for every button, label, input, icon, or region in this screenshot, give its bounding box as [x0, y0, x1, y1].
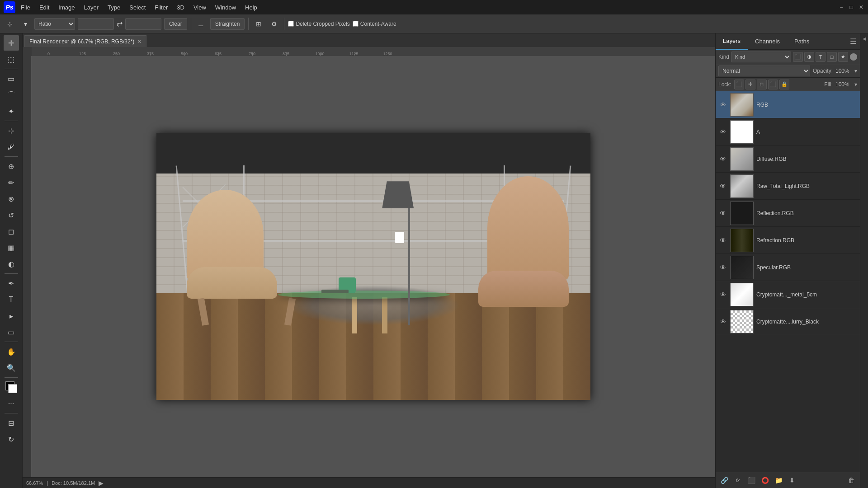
- filter-toggle-dot[interactable]: [850, 53, 857, 61]
- rotate-canvas-btn[interactable]: ↻: [4, 432, 19, 447]
- layer-visibility-refraction[interactable]: 👁: [718, 237, 727, 244]
- opacity-dropdown-arrow[interactable]: ▾: [854, 68, 857, 74]
- canvas-viewport[interactable]: [32, 56, 715, 477]
- swap-dimensions-icon[interactable]: ⇄: [117, 19, 123, 28]
- height-input[interactable]: [125, 18, 161, 30]
- layer-item-rgb[interactable]: 👁 RGB: [716, 91, 860, 118]
- layer-item-specular[interactable]: 👁 Specular.RGB: [716, 254, 860, 281]
- dodge-tool[interactable]: ◐: [4, 256, 19, 272]
- lock-pixels-btn[interactable]: ⬛: [734, 80, 744, 89]
- layer-comp-btn[interactable]: ⊟: [4, 415, 19, 431]
- eyedropper-tool[interactable]: 🖋: [4, 139, 19, 155]
- clear-button[interactable]: Clear: [164, 18, 187, 30]
- link-layers-btn[interactable]: 🔗: [718, 474, 730, 486]
- minimize-button[interactable]: −: [838, 4, 844, 10]
- channels-tab[interactable]: Channels: [748, 33, 787, 50]
- layer-item-refraction[interactable]: 👁 Refraction.RGB: [716, 227, 860, 254]
- lock-artboard-btn[interactable]: ◻: [757, 80, 767, 89]
- lock-icon-5[interactable]: 🔒: [779, 80, 789, 89]
- spot-healing-tool[interactable]: ⊕: [4, 159, 19, 174]
- layer-visibility-raw-total-light[interactable]: 👁: [718, 183, 727, 190]
- new-group-btn[interactable]: 📁: [773, 474, 784, 486]
- settings-icon[interactable]: ⚙: [268, 18, 280, 30]
- crop-tool[interactable]: ⊹: [4, 123, 19, 138]
- status-arrow[interactable]: ▶: [99, 479, 104, 487]
- marquee-tool[interactable]: ▭: [4, 71, 19, 86]
- layer-visibility-reflection[interactable]: 👁: [718, 210, 727, 217]
- tab-close-button[interactable]: ✕: [137, 38, 142, 45]
- type-filter-btn[interactable]: T: [816, 52, 826, 62]
- maximize-button[interactable]: □: [848, 4, 854, 10]
- layer-item-raw-total-light[interactable]: 👁 Raw_Total_Light.RGB: [716, 173, 860, 200]
- menu-edit[interactable]: Edit: [38, 3, 51, 12]
- pen-tool[interactable]: ✒: [4, 276, 19, 291]
- kind-filter-select[interactable]: Kind: [731, 52, 791, 62]
- delete-pixels-checkbox[interactable]: [288, 21, 294, 27]
- layer-item-crypto1[interactable]: 👁 Cryptomatt..._metal_5cm: [716, 281, 860, 308]
- adjust-filter-btn[interactable]: ◑: [804, 52, 814, 62]
- paths-tab[interactable]: Paths: [787, 33, 816, 50]
- menu-image[interactable]: Image: [57, 3, 76, 12]
- path-selection-tool[interactable]: ▸: [4, 308, 19, 324]
- move-tool[interactable]: ✛: [4, 35, 19, 51]
- blend-mode-select[interactable]: Normal: [718, 66, 810, 76]
- artboard-tool[interactable]: ⬚: [4, 52, 19, 67]
- gradient-tool[interactable]: ▦: [4, 240, 19, 255]
- layer-item-reflection[interactable]: 👁 Reflection.RGB: [716, 200, 860, 227]
- menu-3d[interactable]: 3D: [175, 3, 186, 12]
- new-adjustment-btn[interactable]: ⭕: [759, 474, 771, 486]
- layer-visibility-crypto1[interactable]: 👁: [718, 291, 727, 298]
- shape-filter-btn[interactable]: □: [827, 52, 837, 62]
- menu-filter[interactable]: Filter: [153, 3, 170, 12]
- menu-view[interactable]: View: [192, 3, 208, 12]
- menu-help[interactable]: Help: [243, 3, 259, 12]
- close-button[interactable]: ✕: [858, 4, 864, 10]
- layer-item-crypto2[interactable]: 👁 Cryptomatte....lurry_Black: [716, 308, 860, 335]
- clone-stamp-tool[interactable]: ⊗: [4, 191, 19, 206]
- zoom-tool[interactable]: 🔍: [4, 360, 19, 375]
- more-tools-btn[interactable]: ···: [4, 396, 19, 411]
- shape-tool[interactable]: ▭: [4, 324, 19, 340]
- menu-select[interactable]: Select: [127, 3, 147, 12]
- add-mask-btn[interactable]: ⬛: [745, 474, 757, 486]
- history-brush-tool[interactable]: ↺: [4, 207, 19, 223]
- menu-window[interactable]: Window: [213, 3, 238, 12]
- smart-filter-btn[interactable]: ★: [838, 52, 848, 62]
- lasso-tool[interactable]: ⌒: [4, 87, 19, 103]
- layer-visibility-specular[interactable]: 👁: [718, 264, 727, 271]
- layer-visibility-rgb[interactable]: 👁: [718, 101, 727, 108]
- layer-visibility-a[interactable]: 👁: [718, 128, 727, 136]
- content-aware-checkbox[interactable]: [353, 21, 359, 27]
- eraser-tool[interactable]: ◻: [4, 224, 19, 239]
- crop-tool-btn[interactable]: ⊹: [4, 18, 16, 30]
- layer-item-diffuse[interactable]: 👁 Diffuse.RGB: [716, 145, 860, 173]
- new-layer-btn[interactable]: ⬇: [786, 474, 798, 486]
- crop-options-btn[interactable]: ▾: [19, 18, 32, 30]
- collapse-btn[interactable]: ◀: [861, 35, 868, 42]
- lock-position-btn[interactable]: ✛: [745, 80, 755, 89]
- delete-layer-btn[interactable]: 🗑: [845, 474, 857, 486]
- panel-menu-icon[interactable]: ☰: [850, 38, 856, 45]
- layer-item-a[interactable]: 👁 A: [716, 118, 860, 145]
- hand-tool[interactable]: ✋: [4, 344, 19, 359]
- canvas-tab-active[interactable]: Final Render.exr @ 66.7% (RGB, RGB/32*) …: [24, 35, 146, 47]
- lock-all-btn[interactable]: ⬛: [768, 80, 778, 89]
- quick-select-tool[interactable]: ✦: [4, 103, 19, 119]
- menu-file[interactable]: File: [19, 3, 32, 12]
- pixel-filter-btn[interactable]: ⬛: [793, 52, 803, 62]
- type-tool[interactable]: T: [4, 292, 19, 307]
- content-aware-label[interactable]: Content-Aware: [353, 21, 396, 27]
- color-swatches[interactable]: [4, 380, 19, 395]
- brush-tool[interactable]: ✏: [4, 175, 19, 190]
- ratio-select[interactable]: Ratio: [34, 18, 75, 30]
- fx-btn[interactable]: fx: [732, 474, 744, 486]
- menu-layer[interactable]: Layer: [82, 3, 101, 12]
- layer-visibility-diffuse[interactable]: 👁: [718, 155, 727, 163]
- straighten-button[interactable]: Straighten: [210, 18, 245, 30]
- width-input[interactable]: [78, 18, 114, 30]
- fill-dropdown-arrow[interactable]: ▾: [854, 81, 857, 88]
- layer-visibility-crypto2[interactable]: 👁: [718, 318, 727, 325]
- grid-icon[interactable]: ⊞: [252, 18, 265, 30]
- delete-pixels-label[interactable]: Delete Cropped Pixels: [288, 21, 349, 27]
- menu-type[interactable]: Type: [106, 3, 122, 12]
